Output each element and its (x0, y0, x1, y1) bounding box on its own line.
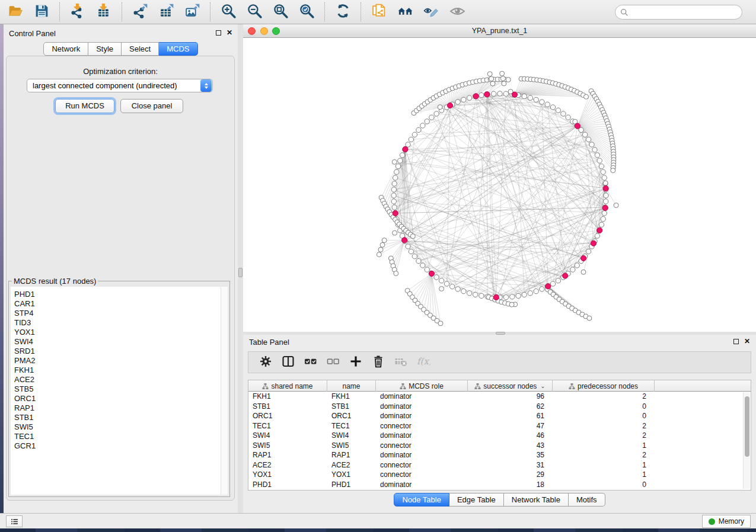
tab-select[interactable]: Select (122, 42, 159, 56)
delete-column-button[interactable] (371, 355, 386, 370)
list-item[interactable]: ACE2 (11, 375, 228, 384)
open-file-button[interactable] (7, 3, 24, 21)
run-mcds-button[interactable]: Run MCDS (55, 99, 114, 113)
tab-style[interactable]: Style (88, 42, 122, 56)
tab-motifs[interactable]: Motifs (569, 493, 605, 507)
list-item[interactable]: SRD1 (11, 347, 228, 356)
zoom-selected-button[interactable] (298, 3, 315, 21)
tab-network-table[interactable]: Network Table (504, 493, 569, 507)
list-item[interactable]: PMA2 (11, 356, 228, 366)
toggle-columns-button[interactable] (280, 355, 296, 370)
import-network-button[interactable] (69, 3, 87, 21)
control-panel-tabs: NetworkStyleSelectMCDS (4, 42, 238, 56)
clone-network-button[interactable] (370, 3, 388, 21)
list-item[interactable]: FKH1 (11, 366, 228, 375)
hide-selected-icon (423, 3, 439, 21)
list-item[interactable]: GCR1 (11, 441, 228, 451)
select-all-button[interactable] (303, 355, 318, 370)
cell-mcds_role: dominator (376, 431, 468, 441)
table-row[interactable]: ACE2ACE2connector311 (248, 460, 751, 470)
tab-node-table[interactable]: Node Table (394, 493, 449, 507)
list-item[interactable]: PHD1 (11, 290, 228, 299)
zoom-out-button[interactable] (245, 3, 263, 21)
list-item[interactable]: ORC1 (11, 394, 228, 403)
cell-mcds_role: connector (376, 460, 468, 470)
show-all-button[interactable] (448, 3, 466, 21)
column-header-mcds-role[interactable]: MCDS role (376, 380, 468, 392)
table-row[interactable]: FKH1FKH1dominator962 (248, 392, 751, 402)
zoom-in-icon (221, 3, 237, 21)
float-panel-icon[interactable] (216, 30, 221, 36)
table-row[interactable]: TEC1TEC1connector472 (248, 421, 751, 431)
mcds-result-list[interactable]: PHD1CAR1STP4TID3YOX1SWI4SRD1PMA2FKH1ACE2… (11, 287, 228, 495)
optimization-criterion-value: largest connected component (undirected) (27, 81, 200, 90)
zoom-in-button[interactable] (219, 3, 237, 21)
list-item[interactable]: STP4 (11, 309, 228, 318)
first-neighbors-button[interactable] (396, 3, 414, 21)
close-panel-button[interactable]: Close panel (120, 99, 183, 113)
vertical-splitter[interactable] (238, 24, 243, 513)
export-image-button[interactable] (183, 3, 201, 21)
float-panel-icon[interactable] (733, 339, 739, 344)
show-panels-button[interactable] (6, 515, 23, 527)
column-header-predecessor-nodes[interactable]: predecessor nodes (553, 380, 655, 392)
memory-button[interactable]: Memory (702, 515, 751, 528)
export-network-button[interactable] (131, 3, 149, 21)
import-table-button[interactable] (95, 3, 113, 21)
list-item[interactable]: STB5 (11, 384, 228, 394)
column-header-successor-nodes[interactable]: successor nodes⌄ (468, 380, 553, 392)
tab-edge-table[interactable]: Edge Table (449, 493, 504, 507)
export-table-icon (158, 3, 174, 21)
toolbar-separator (59, 2, 60, 21)
table-row[interactable]: STB1STB1dominator620 (248, 402, 751, 412)
delete-table-icon (394, 354, 408, 371)
optimization-criterion-select[interactable]: largest connected component (undirected) (27, 79, 213, 92)
splitter-handle[interactable] (238, 268, 243, 277)
refresh-view-button[interactable] (334, 3, 352, 21)
zoom-out-icon (247, 3, 263, 21)
table-row[interactable]: SWI5SWI5connector431 (248, 441, 751, 451)
hide-selected-button[interactable] (422, 3, 440, 21)
table-settings-button[interactable] (258, 355, 273, 370)
list-item[interactable]: TEC1 (11, 432, 228, 441)
add-column-button[interactable] (348, 355, 363, 370)
tab-mcds[interactable]: MCDS (159, 42, 197, 56)
toolbar-separator (210, 2, 210, 21)
column-header-shared-name[interactable]: shared name (248, 380, 327, 392)
cell-mcds_role: dominator (376, 480, 468, 490)
table-row[interactable]: YOX1YOX1connector291 (248, 470, 751, 480)
scrollbar-thumb[interactable] (745, 396, 749, 457)
table-row[interactable]: ORC1ORC1dominator610 (248, 411, 751, 421)
delete-table-button[interactable] (393, 355, 409, 370)
list-item[interactable]: TID3 (11, 318, 228, 328)
close-panel-icon[interactable]: ✕ (227, 30, 232, 36)
mcds-result-scrollbar[interactable] (221, 287, 228, 495)
cell-successor_nodes: 46 (468, 431, 553, 441)
table-row[interactable]: RAP1RAP1dominator352 (248, 450, 751, 460)
cell-mcds_role: dominator (376, 411, 468, 421)
search-input[interactable] (631, 8, 742, 17)
zoom-fit-icon (273, 3, 289, 21)
save-session-button[interactable] (33, 3, 50, 21)
list-item[interactable]: SWI4 (11, 337, 228, 347)
list-item[interactable]: SWI5 (11, 422, 228, 432)
zoom-fit-button[interactable] (272, 3, 289, 21)
function-builder-button[interactable]: f(x) (416, 355, 431, 370)
sitemap-icon (474, 383, 481, 390)
network-search[interactable] (615, 5, 742, 20)
list-item[interactable]: CAR1 (11, 299, 228, 309)
list-item[interactable]: YOX1 (11, 328, 228, 337)
cell-successor_nodes: 47 (468, 421, 553, 431)
table-row[interactable]: SWI4SWI4dominator462 (248, 431, 751, 441)
network-canvas[interactable] (243, 38, 756, 332)
deselect-all-button[interactable] (326, 355, 341, 370)
close-panel-icon[interactable]: ✕ (744, 338, 750, 345)
tab-network[interactable]: Network (43, 42, 88, 56)
export-table-button[interactable] (157, 3, 175, 21)
table-scrollbar[interactable] (743, 392, 750, 489)
list-item[interactable]: RAP1 (11, 403, 228, 413)
column-header-name[interactable]: name (327, 380, 376, 392)
zoom-selected-icon (299, 3, 315, 21)
table-row[interactable]: PHD1PHD1dominator180 (248, 480, 751, 490)
list-item[interactable]: STB1 (11, 413, 228, 422)
